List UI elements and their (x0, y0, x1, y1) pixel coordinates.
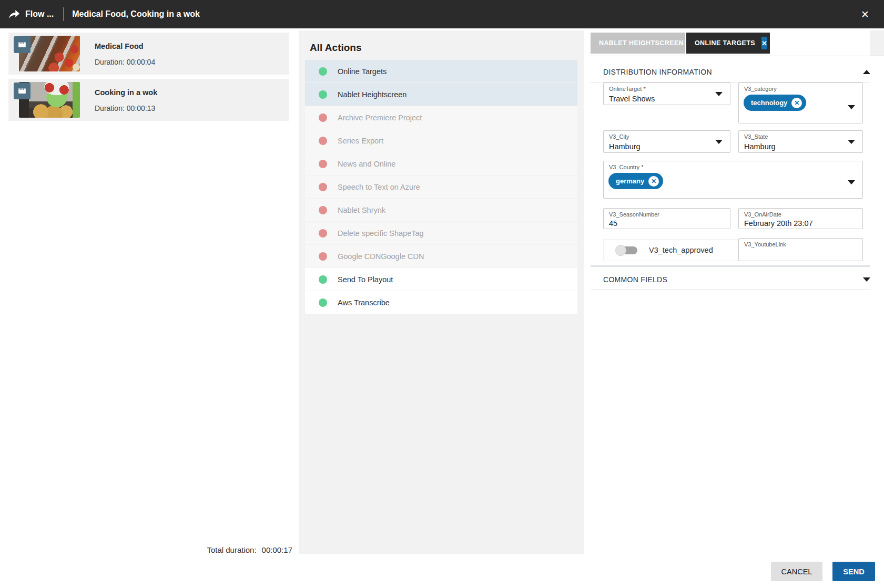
action-row[interactable]: News and Online (305, 152, 577, 175)
total-duration-label: Total duration: (207, 545, 256, 554)
status-dot-icon (319, 90, 327, 99)
youtube-link-input[interactable]: V3_YoutubeLink (738, 238, 863, 261)
media-title: Medical Food (95, 42, 144, 50)
section-common-fields[interactable]: COMMON FIELDS (603, 269, 870, 290)
action-label: Series Export (338, 137, 383, 145)
chevron-down-icon (848, 180, 855, 184)
action-row[interactable]: Nablet Shrynk (305, 199, 577, 221)
media-duration: Duration: 00:00:04 (95, 58, 155, 66)
field-label: V3_SeasonNumber (609, 211, 659, 218)
action-label: Archive Premiere Project (338, 114, 422, 122)
field-label: V3_Country * (609, 164, 643, 170)
field-label: V3_category (744, 86, 777, 92)
media-item[interactable]: Cooking in a wok Duration: 00:00:13 (8, 79, 289, 121)
chevron-down-icon (848, 140, 855, 144)
section-distribution-information[interactable]: DISTRIBUTION INFORMATION (603, 61, 870, 82)
state-select[interactable]: V3_State Hamburg (738, 130, 863, 153)
cancel-button[interactable]: CANCEL (771, 562, 822, 581)
tab-nablet-heightscreen[interactable]: NABLET HEIGHTSCREEN ✕ (591, 33, 685, 54)
tab-close-icon[interactable]: ✕ (761, 37, 767, 49)
action-label: Speech to Text on Azure (338, 183, 420, 191)
action-row[interactable]: Archive Premiere Project (305, 106, 577, 129)
category-select[interactable]: V3_category technology ✕ (738, 82, 863, 123)
chip-label: germany (616, 177, 644, 185)
field-label: V3_YoutubeLink (744, 241, 786, 247)
action-row[interactable]: Speech to Text on Azure (305, 176, 577, 198)
status-dot-icon (319, 298, 327, 307)
toggle-label: V3_tech_approved (649, 246, 713, 254)
action-label: Nablet Heightscreen (338, 90, 407, 99)
divider (591, 290, 870, 290)
status-dot-icon (319, 137, 327, 145)
action-label: Nablet Shrynk (338, 206, 385, 214)
total-duration-value: 00:00:17 (262, 545, 292, 554)
send-button[interactable]: SEND (832, 562, 875, 581)
actions-list: Online Targets Nablet Heightscreen Archi… (305, 60, 577, 314)
divider (591, 265, 870, 267)
section-title: DISTRIBUTION INFORMATION (603, 68, 712, 76)
chip-remove-icon[interactable]: ✕ (648, 176, 659, 187)
field-value: Travel Shows (609, 95, 655, 103)
action-label: News and Online (338, 160, 395, 168)
action-label: Aws Transcribe (338, 298, 390, 307)
media-item[interactable]: Medical Food Duration: 00:00:04 (8, 33, 289, 75)
on-air-date-input[interactable]: V3_OnAirDate February 20th 23:07 (738, 208, 863, 229)
total-duration: Total duration:00:00:17 (0, 545, 292, 554)
field-value: Hamburg (744, 142, 776, 151)
media-duration: Duration: 00:00:13 (95, 104, 155, 112)
status-dot-icon (319, 67, 327, 76)
field-label: V3_State (744, 133, 768, 140)
tech-approved-toggle[interactable] (616, 246, 637, 254)
action-row[interactable]: Send To Playout (305, 268, 577, 291)
country-select[interactable]: V3_Country * germany ✕ (603, 161, 863, 199)
section-title: COMMON FIELDS (603, 275, 667, 284)
status-dot-icon (319, 206, 327, 214)
chevron-down-icon (848, 105, 855, 109)
toggle-knob (615, 245, 626, 256)
field-label: OnlineTarget * (609, 86, 646, 92)
city-select[interactable]: V3_City Hamburg (603, 130, 730, 153)
status-dot-icon (319, 160, 327, 168)
field-value: 45 (609, 219, 617, 228)
status-dot-icon (319, 114, 327, 122)
action-row[interactable]: Google CDNGoogle CDN (305, 245, 577, 267)
online-target-select[interactable]: OnlineTarget * Travel Shows (603, 82, 730, 105)
chip-remove-icon[interactable]: ✕ (791, 98, 802, 108)
category-chip: technology ✕ (744, 95, 806, 111)
action-row[interactable]: Series Export (305, 129, 577, 152)
titlebar: Flow ... Medical Food, Cooking in a wok … (0, 0, 884, 28)
chevron-down-icon (715, 92, 723, 96)
country-chip: germany ✕ (608, 173, 663, 189)
action-row[interactable]: Delete specific ShapeTag (305, 222, 577, 244)
close-icon[interactable]: ✕ (856, 0, 875, 28)
tab-label: ONLINE TARGETS (695, 39, 755, 47)
app-title: Flow ... (25, 9, 54, 19)
field-value: Hamburg (609, 142, 641, 151)
actions-panel-title: All Actions (310, 42, 362, 54)
status-dot-icon (319, 252, 327, 261)
season-number-input[interactable]: V3_SeasonNumber 45 (603, 208, 730, 229)
share-forward-icon (8, 9, 20, 19)
expand-icon[interactable] (863, 277, 870, 282)
field-label: V3_OnAirDate (744, 211, 781, 218)
video-clip-icon (14, 82, 31, 99)
title-divider (63, 7, 64, 21)
chip-label: technology (751, 99, 787, 107)
field-label: V3_City (609, 133, 629, 140)
action-row[interactable]: Aws Transcribe (305, 291, 577, 314)
status-dot-icon (319, 183, 327, 191)
action-label: Online Targets (338, 67, 387, 76)
action-label: Delete specific ShapeTag (338, 229, 424, 238)
tab-online-targets[interactable]: ONLINE TARGETS ✕ (686, 33, 770, 54)
field-value: February 20th 23:07 (744, 219, 813, 228)
video-clip-icon (14, 36, 31, 53)
action-label: Google CDNGoogle CDN (338, 252, 424, 261)
tech-approved-field: V3_tech_approved (603, 239, 745, 261)
action-row[interactable]: Nablet Heightscreen (305, 83, 577, 106)
action-row[interactable]: Online Targets (305, 60, 577, 82)
action-label: Send To Playout (338, 275, 393, 284)
actions-panel: All Actions Online Targets Nablet Height… (299, 30, 584, 554)
collapse-icon[interactable] (863, 70, 870, 74)
chevron-down-icon (715, 140, 723, 144)
tab-label: NABLET HEIGHTSCREEN (599, 39, 684, 47)
